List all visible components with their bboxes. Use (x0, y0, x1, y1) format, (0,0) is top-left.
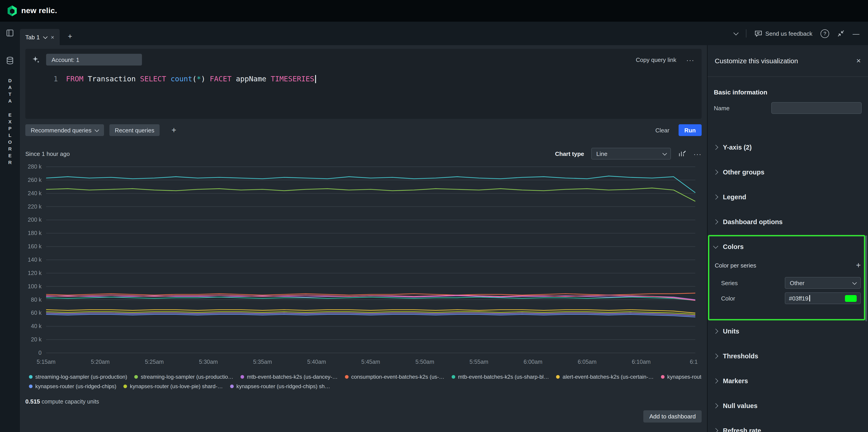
svg-text:5:25am: 5:25am (145, 359, 164, 365)
svg-text:60 k: 60 k (31, 309, 42, 316)
app-header: new relic. (0, 0, 868, 22)
tab-bar: Tab 1 × + Send us feedback ? — (20, 22, 868, 45)
legend-item[interactable]: mtb-event-batches-k2s (us-sharp-bl… (452, 373, 549, 380)
legend-item[interactable]: mtb-event-batches-k2s (us-dancey-… (241, 373, 338, 380)
svg-text:6:15: 6:15 (690, 359, 698, 365)
tab-close-icon[interactable]: × (51, 34, 54, 40)
feedback-bubble-icon (754, 30, 762, 37)
panel-section-dashboard-options[interactable]: Dashboard options (708, 209, 868, 234)
panel-section-thresholds[interactable]: Thresholds (708, 343, 868, 368)
add-query-icon[interactable]: + (172, 125, 176, 135)
tab-label: Tab 1 (25, 34, 40, 40)
add-series-color-icon[interactable]: + (856, 261, 861, 270)
legend-item[interactable]: alert-event-batches-k2s (us-certain-… (556, 373, 654, 380)
timeseries-chart[interactable]: 020 k40 k60 k80 k100 k120 k140 k160 k180… (25, 162, 698, 370)
legend-item[interactable]: streaming-log-sampler (us-productio… (134, 373, 234, 380)
tab-chevron-down-icon[interactable] (43, 34, 47, 38)
account-chip[interactable]: Account: 1 (46, 54, 142, 66)
tab-1[interactable]: Tab 1 × (20, 29, 60, 45)
svg-text:5:55am: 5:55am (469, 359, 488, 365)
panel-section-y-axis-2[interactable]: Y-axis (2) (708, 135, 868, 160)
series-label: Series (721, 279, 765, 286)
panel-close-icon[interactable]: × (856, 56, 861, 65)
color-label: Color (721, 295, 765, 302)
svg-text:80 k: 80 k (31, 296, 42, 303)
legend-dot (29, 384, 33, 388)
svg-text:140 k: 140 k (28, 257, 42, 263)
panel-section-other-groups[interactable]: Other groups (708, 160, 868, 185)
chevron-down-icon (95, 127, 99, 132)
chart-type-select[interactable]: Line (591, 148, 671, 160)
ccu-note: 0.515 compute capacity units (25, 398, 702, 405)
main-content: Account: 1 Copy query link ··· 1 FROM Tr… (20, 45, 707, 432)
colors-section: Colors Color per series + Series Other C… (708, 234, 868, 314)
svg-text:280 k: 280 k (28, 163, 42, 170)
legend-item[interactable]: kynapses-router (us-love-pie) (661, 373, 702, 380)
panel-section-legend[interactable]: Legend (708, 185, 868, 209)
chevron-right-icon (713, 144, 718, 150)
recent-queries-button[interactable]: Recent queries (110, 124, 160, 136)
color-swatch[interactable] (845, 295, 857, 302)
feedback-label: Send us feedback (765, 30, 812, 37)
chevron-right-icon (713, 378, 718, 384)
legend-item[interactable]: kynapses-router (us-ridged-chips) (29, 383, 116, 389)
tabbar-actions: Send us feedback ? — (734, 29, 868, 38)
color-per-series-label: Color per series (715, 262, 756, 269)
scrollbar-thumb[interactable] (865, 235, 867, 321)
panel-section-units[interactable]: Units (708, 319, 868, 343)
svg-text:0: 0 (38, 350, 41, 356)
send-feedback-button[interactable]: Send us feedback (754, 30, 812, 37)
legend-dot (230, 384, 234, 388)
divider (746, 29, 746, 37)
help-icon[interactable]: ? (820, 29, 829, 38)
legend-dot (452, 375, 455, 378)
ai-sparkle-icon[interactable] (31, 55, 40, 119)
panel-section-null-values[interactable]: Null values (708, 393, 868, 418)
panel-section-colors[interactable]: Colors (708, 234, 868, 259)
minimize-icon[interactable]: — (852, 30, 859, 37)
legend-item[interactable]: kynapses-router (us-ridged-chips) sh… (230, 383, 330, 389)
panel-section-markers[interactable]: Markers (708, 368, 868, 393)
svg-text:100 k: 100 k (28, 283, 42, 290)
run-button[interactable]: Run (678, 124, 702, 136)
chevron-right-icon (713, 353, 718, 359)
legend-item[interactable]: streaming-log-sampler (us-production) (29, 373, 127, 380)
legend-dot (134, 375, 138, 378)
chevron-right-icon (713, 194, 718, 200)
legend-item[interactable]: consumption-event-batches-k2s (us-… (345, 373, 444, 380)
copy-query-link[interactable]: Copy query link (636, 56, 676, 63)
chart-more-icon[interactable]: ··· (693, 150, 702, 158)
recommended-queries-button[interactable]: Recommended queries (25, 124, 104, 136)
series-value: Other (790, 279, 804, 286)
collapse-icon[interactable] (837, 30, 844, 37)
chart-edit-icon[interactable] (678, 150, 686, 157)
query-text[interactable]: FROM Transaction SELECT count(*) FACET a… (66, 74, 314, 83)
time-range-label: Since 1 hour ago (25, 150, 70, 157)
svg-text:180 k: 180 k (28, 230, 42, 236)
legend-item[interactable]: kynapses-router (us-love-pie) shard-… (124, 383, 223, 389)
svg-text:260 k: 260 k (28, 177, 42, 183)
clear-button[interactable]: Clear (655, 127, 669, 134)
svg-text:5:45am: 5:45am (361, 359, 380, 365)
chevron-right-icon (713, 329, 718, 334)
editor-more-icon[interactable]: ··· (686, 56, 694, 64)
new-relic-hex-icon (7, 5, 17, 16)
name-input[interactable] (771, 102, 862, 114)
legend-dot (661, 375, 664, 378)
query-builder-icon[interactable] (6, 29, 14, 38)
new-tab-button[interactable]: + (68, 32, 72, 41)
chart-header: Since 1 hour ago Chart type Line ··· (25, 148, 702, 160)
svg-text:5:35am: 5:35am (253, 359, 272, 365)
chevron-down-icon (662, 151, 666, 155)
svg-text:160 k: 160 k (28, 243, 42, 250)
color-input[interactable]: #03ff19 (785, 292, 861, 304)
svg-text:5:40am: 5:40am (307, 359, 326, 365)
svg-text:5:30am: 5:30am (199, 359, 218, 365)
database-icon[interactable] (6, 57, 14, 66)
panel-section-refresh-rate[interactable]: Refresh rate (708, 418, 868, 432)
tabbar-chevron-down-icon[interactable] (734, 30, 739, 35)
svg-text:20 k: 20 k (31, 336, 42, 342)
series-select[interactable]: Other (785, 277, 861, 289)
add-to-dashboard-button[interactable]: Add to dashboard (644, 410, 702, 423)
new-relic-logo[interactable]: new relic. (7, 5, 57, 16)
